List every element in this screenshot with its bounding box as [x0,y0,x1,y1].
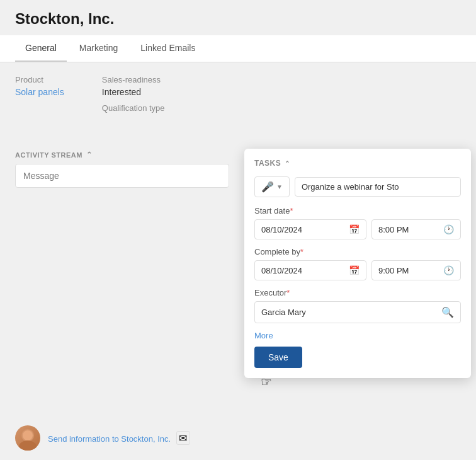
start-date-value: 08/10/2024 [261,225,344,234]
svg-point-1 [19,440,37,451]
executor-input-wrap[interactable]: Garcia Mary 🔍 [254,301,461,323]
mic-button[interactable]: 🎤 ▼ [254,176,290,197]
content-area: Product Solar panels Sales-readiness Int… [0,62,476,135]
tab-marketing[interactable]: Marketing [69,35,128,62]
main-container: Stockton, Inc. General Marketing Linked … [0,0,476,460]
page-header: Stockton, Inc. [0,0,476,35]
bottom-activity-row: Send information to Stockton, Inc. ✉ [0,416,476,460]
save-button[interactable]: Save [254,347,302,368]
executor-search-icon: 🔍 [441,306,454,318]
tabs-bar: General Marketing Linked Emails [0,35,476,62]
avatar-image [15,425,40,451]
mic-icon: 🎤 [261,181,274,193]
tab-linked-emails[interactable]: Linked Emails [130,35,205,62]
qualification-type-label: Qualification type [102,103,165,113]
start-date-section: Start date* 08/10/2024 📅 8:00 PM 🕐 [254,206,461,239]
product-label: Product [15,75,64,84]
more-link[interactable]: More [254,331,273,340]
email-icon: ✉ [176,431,190,445]
tasks-chevron-up-icon: ⌃ [285,160,290,167]
avatar [15,425,40,451]
complete-by-time-input[interactable]: 9:00 PM 🕐 [371,260,461,280]
complete-by-clock-icon: 🕐 [443,265,454,275]
actions-row: More Save [254,330,461,368]
tab-general[interactable]: General [15,35,67,62]
chevron-up-icon: ⌃ [86,151,93,159]
start-time-input[interactable]: 8:00 PM 🕐 [371,219,461,239]
task-title-input[interactable] [295,177,461,197]
executor-label: Executor* [254,288,461,297]
complete-by-date-input[interactable]: 08/10/2024 📅 [254,260,366,280]
product-value[interactable]: Solar panels [15,87,64,97]
popup-header: TASKS ⌃ [254,159,461,168]
svg-point-2 [23,430,33,440]
activity-stream-label: ACTIVITY STREAM [15,151,82,159]
sales-readiness-value: Interested [102,87,165,97]
complete-by-label: Complete by* [254,247,461,256]
complete-by-time-value: 9:00 PM [378,266,438,275]
complete-by-calendar-icon: 📅 [349,265,360,275]
executor-required: * [286,288,290,297]
sales-readiness-field: Sales-readiness Interested Qualification… [102,75,165,115]
task-row: 🎤 ▼ [254,176,461,197]
complete-by-required: * [300,247,303,256]
start-date-calendar-icon: 📅 [349,224,360,234]
tasks-label: TASKS [254,159,281,168]
sales-readiness-label: Sales-readiness [102,75,165,84]
executor-value: Garcia Mary [261,308,441,317]
field-group: Product Solar panels Sales-readiness Int… [15,75,461,115]
start-time-clock-icon: 🕐 [443,224,454,234]
tasks-popup: TASKS ⌃ 🎤 ▼ Start date* 08/10/2024 📅 [244,149,471,378]
activity-content: Send information to Stockton, Inc. ✉ [48,431,461,445]
start-date-input[interactable]: 08/10/2024 📅 [254,219,366,239]
complete-by-date-value: 08/10/2024 [261,266,344,275]
complete-by-section: Complete by* 08/10/2024 📅 9:00 PM 🕐 [254,247,461,280]
start-date-label: Start date* [254,206,461,216]
complete-by-date-time-row: 08/10/2024 📅 9:00 PM 🕐 [254,260,461,280]
start-date-required: * [290,206,293,216]
product-field: Product Solar panels [15,75,64,115]
start-date-time-row: 08/10/2024 📅 8:00 PM 🕐 [254,219,461,239]
activity-email-text[interactable]: Send information to Stockton, Inc. [48,434,171,444]
page-title: Stockton, Inc. [15,10,461,28]
start-time-value: 8:00 PM [378,225,438,234]
message-input[interactable] [15,164,229,188]
mic-chevron-icon: ▼ [276,183,283,190]
executor-section: Executor* Garcia Mary 🔍 [254,288,461,323]
